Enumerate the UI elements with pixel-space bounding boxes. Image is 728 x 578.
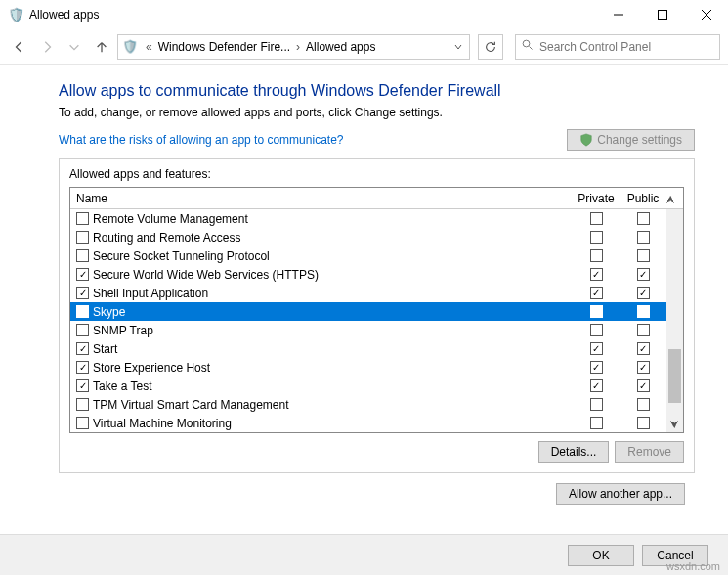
window-title: Allowed apps xyxy=(29,8,596,22)
public-checkbox[interactable] xyxy=(637,398,650,411)
enable-checkbox[interactable] xyxy=(76,342,89,355)
back-button[interactable] xyxy=(8,35,31,59)
list-item[interactable]: Secure World Wide Web Services (HTTPS) xyxy=(70,265,683,284)
private-checkbox[interactable] xyxy=(590,379,603,392)
app-name: Secure World Wide Web Services (HTTPS) xyxy=(93,268,319,282)
allow-another-app-button[interactable]: Allow another app... xyxy=(556,483,685,505)
list-item[interactable]: SNMP Trap xyxy=(70,321,683,339)
private-checkbox[interactable] xyxy=(590,361,603,374)
public-checkbox[interactable] xyxy=(637,361,650,374)
change-settings-button[interactable]: Change settings xyxy=(567,129,695,151)
private-checkbox[interactable] xyxy=(590,324,603,336)
col-public[interactable]: Public xyxy=(620,192,666,205)
public-checkbox[interactable] xyxy=(637,417,650,429)
list-item[interactable]: TPM Virtual Smart Card Management xyxy=(70,395,683,414)
app-name: Skype xyxy=(93,305,125,319)
firewall-icon: 🛡️ xyxy=(8,7,23,22)
col-name[interactable]: Name xyxy=(70,192,573,205)
enable-checkbox[interactable] xyxy=(76,305,89,318)
app-name: Secure Socket Tunneling Protocol xyxy=(93,249,270,263)
up-button[interactable] xyxy=(90,35,113,59)
minimize-button[interactable] xyxy=(596,0,640,29)
col-private[interactable]: Private xyxy=(573,192,620,205)
chevron-left-icon[interactable]: « xyxy=(142,40,156,54)
svg-line-5 xyxy=(530,47,533,50)
public-checkbox[interactable] xyxy=(637,212,650,225)
enable-checkbox[interactable] xyxy=(76,417,89,429)
firewall-icon: 🛡️ xyxy=(122,39,138,54)
breadcrumb-seg-firewall[interactable]: Windows Defender Fire... xyxy=(156,40,292,54)
public-checkbox[interactable] xyxy=(637,249,650,262)
app-name: Take a Test xyxy=(93,379,151,393)
app-name: Store Experience Host xyxy=(93,361,210,375)
ok-button[interactable]: OK xyxy=(568,545,634,566)
enable-checkbox[interactable] xyxy=(76,268,89,281)
list-item[interactable]: Remote Volume Management xyxy=(70,209,683,228)
list-item[interactable]: Skype xyxy=(70,302,683,321)
breadcrumb[interactable]: 🛡️ « Windows Defender Fire... › Allowed … xyxy=(117,34,470,60)
app-name: TPM Virtual Smart Card Management xyxy=(93,398,289,412)
list-item[interactable]: Secure Socket Tunneling Protocol xyxy=(70,246,683,265)
public-checkbox[interactable] xyxy=(637,324,650,336)
content-panel: Allow apps to communicate through Window… xyxy=(0,65,728,514)
app-name: SNMP Trap xyxy=(93,324,153,337)
search-input[interactable]: Search Control Panel xyxy=(515,34,720,60)
remove-button[interactable]: Remove xyxy=(615,441,684,463)
app-name: Start xyxy=(93,342,117,356)
enable-checkbox[interactable] xyxy=(76,324,89,336)
titlebar: 🛡️ Allowed apps xyxy=(0,0,728,29)
private-checkbox[interactable] xyxy=(590,398,603,411)
private-checkbox[interactable] xyxy=(590,305,603,318)
list-item[interactable]: Shell Input Application xyxy=(70,284,683,302)
scroll-down-icon[interactable]: ⮟ xyxy=(666,416,683,432)
scrollbar[interactable]: ⮟ xyxy=(666,209,683,432)
close-button[interactable] xyxy=(684,0,728,29)
list-item[interactable]: Store Experience Host xyxy=(70,358,683,377)
chevron-right-icon: › xyxy=(292,40,304,54)
private-checkbox[interactable] xyxy=(590,287,603,299)
dialog-footer: OK Cancel xyxy=(0,534,728,575)
list-item[interactable]: Start xyxy=(70,339,683,358)
page-heading: Allow apps to communicate through Window… xyxy=(59,82,695,100)
public-checkbox[interactable] xyxy=(637,268,650,281)
scroll-thumb[interactable] xyxy=(668,349,681,403)
list-item[interactable]: Take a Test xyxy=(70,377,683,395)
risk-link[interactable]: What are the risks of allowing an app to… xyxy=(59,133,343,147)
forward-button[interactable] xyxy=(35,35,59,59)
app-name: Shell Input Application xyxy=(93,287,208,300)
maximize-button[interactable] xyxy=(640,0,684,29)
recent-dropdown[interactable] xyxy=(63,35,86,59)
breadcrumb-seg-allowed[interactable]: Allowed apps xyxy=(304,40,377,54)
public-checkbox[interactable] xyxy=(637,305,650,318)
enable-checkbox[interactable] xyxy=(76,212,89,225)
enable-checkbox[interactable] xyxy=(76,379,89,392)
svg-point-4 xyxy=(523,40,530,47)
public-checkbox[interactable] xyxy=(637,287,650,299)
private-checkbox[interactable] xyxy=(590,249,603,262)
refresh-button[interactable] xyxy=(478,34,503,60)
details-button[interactable]: Details... xyxy=(538,441,610,463)
allowed-apps-group: Allowed apps and features: Name Private … xyxy=(59,158,695,473)
list-item[interactable]: Virtual Machine Monitoring xyxy=(70,414,683,432)
enable-checkbox[interactable] xyxy=(76,398,89,411)
scroll-up-icon[interactable]: ⮝ xyxy=(666,195,675,204)
private-checkbox[interactable] xyxy=(590,212,603,225)
private-checkbox[interactable] xyxy=(590,268,603,281)
enable-checkbox[interactable] xyxy=(76,361,89,374)
enable-checkbox[interactable] xyxy=(76,287,89,299)
enable-checkbox[interactable] xyxy=(76,249,89,262)
watermark: wsxdn.com xyxy=(666,560,720,572)
app-name: Remote Volume Management xyxy=(93,212,248,226)
list-item[interactable]: Routing and Remote Access xyxy=(70,228,683,246)
private-checkbox[interactable] xyxy=(590,342,603,355)
public-checkbox[interactable] xyxy=(637,342,650,355)
shield-icon xyxy=(579,133,593,147)
public-checkbox[interactable] xyxy=(637,379,650,392)
public-checkbox[interactable] xyxy=(637,231,650,244)
enable-checkbox[interactable] xyxy=(76,231,89,244)
private-checkbox[interactable] xyxy=(590,417,603,429)
page-subtext: To add, change, or remove allowed apps a… xyxy=(59,106,695,119)
breadcrumb-dropdown[interactable] xyxy=(451,43,465,51)
apps-list: Name Private Public ⮝ Remote Volume Mana… xyxy=(69,187,684,433)
private-checkbox[interactable] xyxy=(590,231,603,244)
